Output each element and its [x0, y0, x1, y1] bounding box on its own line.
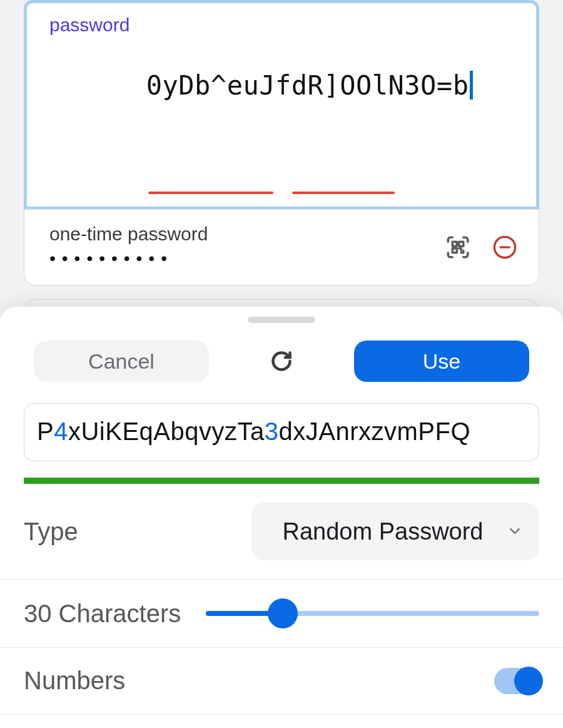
length-row: 30 Characters [0, 580, 563, 648]
slider-track [206, 611, 539, 616]
use-button[interactable]: Use [354, 341, 529, 382]
slider-thumb[interactable] [268, 598, 298, 628]
password-field[interactable]: password 0yDb^euJfdR]OOlN3O=b [24, 0, 539, 210]
chevron-down-icon [507, 518, 523, 545]
regenerate-button[interactable] [224, 341, 339, 382]
sheet-grabber[interactable] [248, 317, 315, 323]
svg-rect-1 [459, 242, 464, 246]
remove-icon[interactable] [490, 232, 520, 262]
password-label: password [49, 14, 514, 36]
spellcheck-underline [292, 192, 395, 194]
length-label: 30 Characters [24, 600, 181, 628]
toggle-knob [514, 667, 543, 695]
type-value: Random Password [282, 518, 483, 545]
type-select[interactable]: Random Password [251, 503, 539, 560]
otp-field[interactable]: one-time password •••••••••• [24, 209, 539, 285]
numbers-toggle[interactable] [494, 668, 539, 694]
refresh-icon [270, 350, 293, 372]
text-cursor [470, 71, 473, 100]
numbers-row: Numbers [0, 648, 563, 714]
type-row: Type Random Password [0, 484, 563, 580]
spellcheck-underline [148, 192, 273, 194]
cancel-button[interactable]: Cancel [34, 341, 209, 382]
generated-password-display[interactable]: P4xUiKEqAbqvyzTa3dxJAnrxzvmPFQ [24, 403, 539, 461]
svg-rect-2 [452, 249, 457, 253]
password-value[interactable]: 0yDb^euJfdR]OOlN3O=b [49, 39, 473, 193]
numbers-label: Numbers [24, 667, 125, 695]
credentials-card: password 0yDb^euJfdR]OOlN3O=b one-time p… [24, 0, 539, 285]
otp-actions [442, 232, 520, 263]
type-label: Type [24, 518, 78, 546]
password-strength-bar [24, 478, 539, 484]
generator-toolbar: Cancel Use [0, 341, 563, 382]
length-slider[interactable] [206, 598, 539, 628]
svg-rect-0 [452, 242, 457, 246]
password-generator-sheet: Cancel Use P4xUiKEqAbqvyzTa3dxJAnrxzvmPF… [0, 307, 563, 728]
qr-scan-icon[interactable] [442, 232, 474, 263]
